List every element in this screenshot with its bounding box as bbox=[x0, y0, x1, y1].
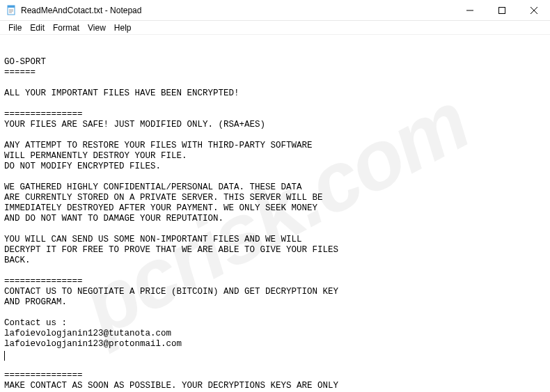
text-line: IMMEDIATELY DESTROYED AFTER YOUR PAYMENT… bbox=[4, 203, 317, 213]
text-line: AND PROGRAM. bbox=[4, 297, 67, 307]
text-line: WILL PERMANENTLY DESTROY YOUR FILE. bbox=[4, 151, 187, 161]
text-line: ANY ATTEMPT TO RESTORE YOUR FILES WITH T… bbox=[4, 141, 313, 150]
text-line: =============== bbox=[4, 276, 83, 286]
text-line: YOUR FILES ARE SAFE! JUST MODIFIED ONLY.… bbox=[4, 120, 265, 130]
maximize-button[interactable] bbox=[486, 0, 518, 21]
menu-file[interactable]: File bbox=[4, 22, 26, 34]
text-line: YOU WILL CAN SEND US SOME NON-IMPORTANT … bbox=[4, 235, 302, 244]
text-line: =============== bbox=[4, 370, 83, 380]
close-icon bbox=[531, 7, 537, 14]
text-line: lafoievologjanin123@tutanota.com bbox=[4, 329, 171, 338]
text-line: ====== bbox=[4, 68, 36, 77]
menu-view[interactable]: View bbox=[84, 22, 110, 34]
text-line: ARE CURRENTLY STORED ON A PRIVATE SERVER… bbox=[4, 193, 323, 203]
text-line: Contact us : bbox=[4, 318, 67, 328]
close-button[interactable] bbox=[518, 0, 550, 21]
maximize-icon bbox=[498, 7, 505, 14]
minimize-icon bbox=[466, 7, 473, 14]
minimize-button[interactable] bbox=[454, 0, 486, 21]
menu-help[interactable]: Help bbox=[110, 22, 136, 34]
text-line: GO-SPORT bbox=[4, 57, 46, 67]
menubar: File Edit Format View Help bbox=[0, 21, 550, 35]
window-controls bbox=[454, 0, 550, 20]
svg-rect-6 bbox=[499, 8, 505, 14]
text-line: =============== bbox=[4, 109, 83, 119]
text-caret bbox=[4, 350, 5, 359]
text-line: ALL YOUR IMPORTANT FILES HAVE BEEN ENCRY… bbox=[4, 88, 239, 98]
notepad-icon bbox=[6, 5, 17, 16]
text-line: MAKE CONTACT AS SOON AS POSSIBLE. YOUR D… bbox=[4, 381, 338, 391]
text-line: lafoievologjanin123@protonmail.com bbox=[4, 339, 182, 349]
menu-edit[interactable]: Edit bbox=[26, 22, 49, 34]
window-title: ReadMeAndCotact.txt - Notepad bbox=[21, 6, 141, 15]
text-line: DECRYPT IT FOR FREE TO PROVE THAT WE ARE… bbox=[4, 245, 338, 255]
text-area[interactable]: pcrisk.com GO-SPORT ====== ALL YOUR IMPO… bbox=[0, 35, 550, 392]
titlebar: ReadMeAndCotact.txt - Notepad bbox=[0, 0, 550, 21]
text-line: DO NOT MODIFY ENCRYPTED FILES. bbox=[4, 162, 161, 171]
menu-format[interactable]: Format bbox=[49, 22, 84, 34]
svg-rect-1 bbox=[8, 6, 15, 8]
text-line: BACK. bbox=[4, 256, 31, 265]
titlebar-left: ReadMeAndCotact.txt - Notepad bbox=[0, 5, 141, 16]
text-line: WE GATHERED HIGHLY CONFIDENTIAL/PERSONAL… bbox=[4, 182, 302, 192]
text-line: AND DO NOT WANT TO DAMAGE YOUR REPUTATIO… bbox=[4, 214, 223, 224]
text-line: CONTACT US TO NEGOTIATE A PRICE (BITCOIN… bbox=[4, 287, 338, 297]
